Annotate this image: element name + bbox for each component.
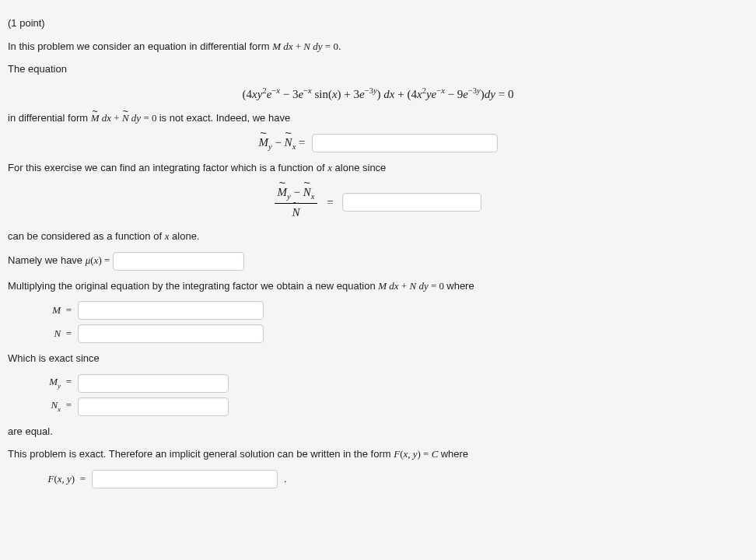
para4-x: x xyxy=(165,230,170,242)
intro-line: In this problem we consider an equation … xyxy=(8,39,748,54)
multiply-line: Multiplying the original equation by the… xyxy=(8,278,748,294)
Nx-row: Nx = xyxy=(31,397,748,416)
mu-label-math: μ(x) = xyxy=(86,254,113,266)
F-period: . xyxy=(284,471,287,487)
the-equation-label: The equation xyxy=(8,61,748,77)
frac-eq: = xyxy=(324,194,336,212)
F-label: F(x, y) = xyxy=(31,471,86,487)
para2-b: is not exact. Indeed, we have xyxy=(159,112,290,124)
exact-since-line: Which is exact since xyxy=(8,351,748,366)
mu-row: Namely we have μ(x) = xyxy=(8,252,748,271)
para3-b: alone since xyxy=(335,162,387,173)
F-input[interactable] xyxy=(92,470,278,488)
para5-math: M dx + N dy = 0 xyxy=(378,280,446,292)
para8-math: F(x, y) = C xyxy=(394,448,440,460)
M-label: M = xyxy=(31,303,72,318)
para8-b: where xyxy=(441,448,468,460)
mu-input[interactable] xyxy=(113,252,244,271)
My-label: My = xyxy=(31,374,72,391)
para3-x: x xyxy=(327,162,332,173)
Nx-input[interactable] xyxy=(78,397,229,416)
para8-a: This problem is exact. Therefore an impl… xyxy=(8,448,391,460)
intro-end: . xyxy=(338,40,341,52)
para4-a: can be considered as a function of xyxy=(8,230,162,242)
Nx-label: Nx = xyxy=(31,397,72,415)
para2-math: M dx + N dy = 0 xyxy=(91,112,159,124)
implicit-solution-line: This problem is exact. Therefore an impl… xyxy=(8,446,748,462)
are-equal-line: are equal. xyxy=(8,424,748,439)
mu-label-a: Namely we have xyxy=(8,254,82,266)
M-row: M = xyxy=(31,301,748,320)
para2-a: in differential form xyxy=(8,112,88,124)
not-exact-line: in differential form M dx + N dy = 0 is … xyxy=(8,110,748,126)
fraction-input[interactable] xyxy=(342,193,481,212)
para5-b: where xyxy=(446,280,474,292)
fraction-row: My − Nx N = xyxy=(8,184,748,221)
main-equation: (4xy2e−x − 3e−x sin(x) + 3e−3y) dx + (4x… xyxy=(8,85,748,103)
integrating-factor-line: For this exercise we can find an integra… xyxy=(8,160,748,176)
N-input[interactable] xyxy=(78,324,264,343)
para4-b: alone. xyxy=(172,230,199,242)
my-nx-row: My − Nx = xyxy=(8,134,748,153)
N-row: N = xyxy=(31,324,748,343)
My-row: My = xyxy=(31,374,748,393)
my-nx-label: My − Nx = xyxy=(258,134,305,153)
My-input[interactable] xyxy=(78,374,229,393)
para3-a: For this exercise we can find an integra… xyxy=(8,162,325,173)
F-row: F(x, y) = . xyxy=(31,470,748,488)
my-nx-input[interactable] xyxy=(312,134,498,152)
fraction: My − Nx N xyxy=(275,184,318,221)
points-line: (1 point) xyxy=(8,16,748,31)
para5-a: Multiplying the original equation by the… xyxy=(8,280,376,292)
intro-math: M dx + N dy = 0 xyxy=(272,40,338,52)
function-of-x-line: can be considered as a function of x alo… xyxy=(8,229,748,244)
M-input[interactable] xyxy=(78,301,264,320)
N-label: N = xyxy=(31,326,72,341)
intro-text: In this problem we consider an equation … xyxy=(8,40,270,52)
